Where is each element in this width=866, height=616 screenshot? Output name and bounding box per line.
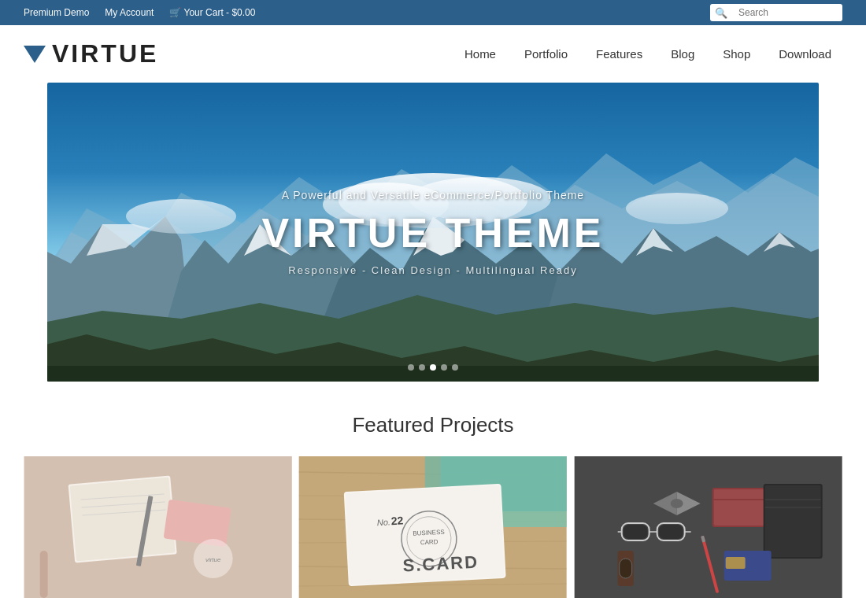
svg-text:22: 22: [391, 514, 405, 527]
hero-tagline: Responsive - Clean Design - Multilingual…: [288, 264, 577, 276]
slider-dot-3[interactable]: [430, 364, 436, 371]
svg-rect-60: [623, 525, 647, 539]
project-2-image: No. 22 BUSINESS CARD S.CARD: [298, 456, 567, 598]
search-input[interactable]: [732, 6, 842, 20]
hero-overlay: A Powerful and Versatile eCommerce/Portf…: [47, 83, 819, 382]
project-card-3[interactable]: [574, 456, 842, 598]
search-icon-button[interactable]: 🔍: [710, 7, 732, 19]
cart-icon: 🛒: [169, 7, 183, 18]
header: VIRTUE Home Portfolio Features Blog Shop…: [0, 25, 866, 83]
slider-dot-2[interactable]: [419, 364, 425, 371]
slider-dot-4[interactable]: [441, 364, 447, 371]
search-bar: 🔍: [710, 4, 842, 21]
svg-point-54: [670, 499, 683, 508]
nav-portfolio[interactable]: Portfolio: [513, 42, 579, 65]
nav-features[interactable]: Features: [585, 42, 653, 65]
my-account-link[interactable]: My Account: [105, 7, 154, 18]
premium-demo-link[interactable]: Premium Demo: [24, 7, 89, 18]
cart-link[interactable]: 🛒 Your Cart - $0.00: [169, 7, 255, 18]
project-3-image: [574, 456, 842, 598]
svg-text:virtue: virtue: [205, 556, 221, 563]
nav-home[interactable]: Home: [453, 42, 507, 65]
featured-title: Featured Projects: [24, 413, 842, 437]
svg-rect-29: [40, 551, 48, 598]
logo[interactable]: VIRTUE: [24, 39, 158, 68]
slider-dot-1[interactable]: [408, 364, 414, 371]
nav-shop[interactable]: Shop: [712, 42, 761, 65]
svg-rect-23: [70, 478, 176, 562]
top-bar-left: Premium Demo My Account 🛒 Your Cart - $0…: [24, 7, 255, 18]
svg-rect-66: [764, 485, 820, 557]
main-nav: Home Portfolio Features Blog Shop Downlo…: [453, 42, 842, 65]
svg-text:S.CARD: S.CARD: [402, 551, 479, 575]
hero-slider: A Powerful and Versatile eCommerce/Portf…: [47, 83, 819, 382]
svg-rect-72: [619, 559, 631, 578]
svg-rect-63: [713, 489, 765, 526]
logo-icon: [24, 46, 46, 63]
project-card-1[interactable]: virtue: [24, 456, 292, 598]
slider-dots: [408, 364, 458, 371]
svg-rect-74: [725, 557, 745, 569]
hero-wrapper: A Powerful and Versatile eCommerce/Portf…: [0, 83, 866, 382]
svg-text:No.: No.: [377, 517, 391, 527]
nav-download[interactable]: Download: [768, 42, 842, 65]
logo-text: VIRTUE: [52, 39, 158, 68]
top-bar: Premium Demo My Account 🛒 Your Cart - $0…: [0, 0, 866, 25]
slider-dot-5[interactable]: [452, 364, 458, 371]
featured-section: Featured Projects: [0, 382, 866, 614]
hero-subtitle: A Powerful and Versatile eCommerce/Portf…: [282, 189, 584, 201]
hero-title: VIRTUE THEME: [261, 209, 604, 256]
nav-blog[interactable]: Blog: [660, 42, 705, 65]
project-1-image: virtue: [24, 456, 292, 598]
svg-rect-61: [658, 525, 683, 539]
projects-grid: virtue No: [24, 456, 842, 598]
project-card-2[interactable]: No. 22 BUSINESS CARD S.CARD: [298, 456, 567, 598]
svg-text:CARD: CARD: [420, 538, 439, 546]
